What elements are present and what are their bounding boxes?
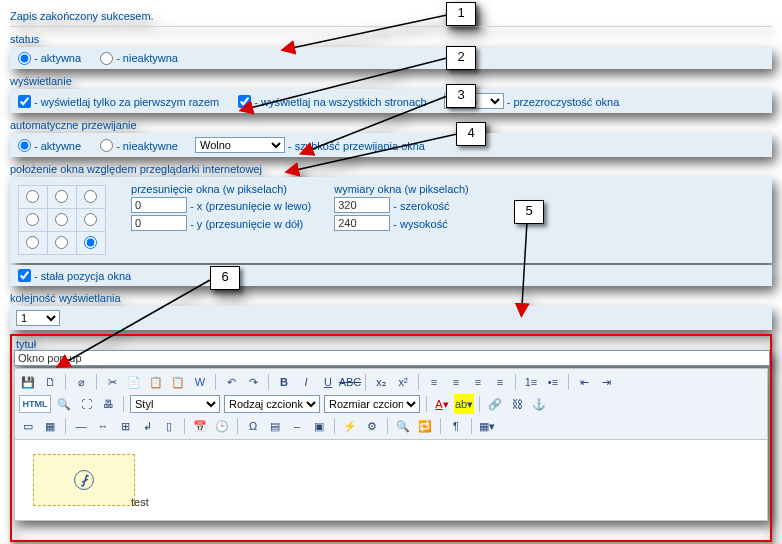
fullscreen-icon[interactable]: ⛶ [76,394,96,414]
superscript-icon[interactable]: x² [393,372,413,392]
italic-icon[interactable]: I [296,372,316,392]
nbsp-icon[interactable]: – [287,416,307,436]
offset-x-input[interactable] [131,197,187,213]
scroll-speed-label: - szybkość przewijania okna [288,140,425,152]
snap-icon[interactable]: ⊞ [115,416,135,436]
ordered-list-icon[interactable]: 1≡ [521,372,541,392]
autoscroll-active-label: - aktywne [34,140,81,152]
anchor-icon[interactable]: ⚓ [529,394,549,414]
unordered-list-icon[interactable]: •≡ [543,372,563,392]
autoscroll-label: automatyczne przewijanie [10,119,772,131]
width-input[interactable] [334,197,390,213]
time-icon[interactable]: 🕒 [212,416,232,436]
flash-placeholder[interactable]: ⨏ [33,454,135,506]
redo-icon[interactable]: ↷ [243,372,263,392]
callout-6: 6 [210,266,240,290]
find-icon[interactable]: 🔍 [393,416,413,436]
replace-icon[interactable]: 🔁 [415,416,435,436]
indent-icon[interactable]: ⇥ [596,372,616,392]
callout-3: 3 [446,84,476,108]
status-active-radio[interactable] [18,52,31,65]
ruler-icon[interactable]: ↔ [93,416,113,436]
paste-icon[interactable]: 📋 [146,372,166,392]
pos-br-radio[interactable] [84,236,97,249]
unlink-icon[interactable]: ⛓ [507,394,527,414]
status-inactive-label: - nieaktywna [116,52,178,64]
pilcrow-icon[interactable]: ¶ [446,416,466,436]
pos-mr-radio[interactable] [84,213,97,226]
print-icon[interactable]: 🖶 [98,394,118,414]
subscript-icon[interactable]: x₂ [371,372,391,392]
bgcolor-icon[interactable]: ab▾ [454,394,474,414]
order-select[interactable]: 1 [16,310,60,326]
title-input[interactable] [14,350,770,366]
fixed-band: - stała pozycja okna [10,265,772,287]
insert-row-icon[interactable]: ▭ [18,416,38,436]
paste-text-icon[interactable]: 📋 [168,372,188,392]
fixed-position-checkbox[interactable] [18,269,31,282]
pos-tc-radio[interactable] [55,190,68,203]
editor-body[interactable]: ⨏ test [14,440,768,521]
autoscroll-band: - aktywne - nieaktywne Wolno - szybkość … [10,133,772,157]
fontcolor-icon[interactable]: A▾ [432,394,452,414]
preview-icon[interactable]: 🔍 [54,394,74,414]
attr-icon[interactable]: ⚙ [362,416,382,436]
br-icon[interactable]: ↲ [137,416,157,436]
style-select[interactable]: Styl [130,395,220,413]
autoscroll-inactive-label: - nieaktywne [116,140,178,152]
title-label: tytuł [16,338,766,350]
status-label: status [10,33,772,45]
height-input[interactable] [334,215,390,231]
guides-icon[interactable]: ▯ [159,416,179,436]
paste-word-icon[interactable]: W [190,372,210,392]
status-inactive-radio[interactable] [100,52,113,65]
cut-icon[interactable]: ✂ [102,372,122,392]
offset-y-input[interactable] [131,215,187,231]
copy-icon[interactable]: 📄 [124,372,144,392]
bold-icon[interactable]: B [274,372,294,392]
first-time-label: - wyświetlaj tylko za pierwszym razem [34,96,219,108]
all-pages-checkbox[interactable] [238,95,251,108]
callout-4: 4 [456,122,486,146]
flash-insert-icon[interactable]: ⚡ [340,416,360,436]
underline-icon[interactable]: U [318,372,338,392]
save-icon[interactable]: 💾 [18,372,38,392]
link-icon[interactable]: 🔗 [485,394,505,414]
pos-tl-radio[interactable] [26,190,39,203]
undo-icon[interactable]: ↶ [221,372,241,392]
fixed-position-label: - stała pozycja okna [34,270,131,282]
clear-icon[interactable]: ⌀ [71,372,91,392]
first-time-checkbox[interactable] [18,95,31,108]
pos-tr-radio[interactable] [84,190,97,203]
align-right-icon[interactable]: ≡ [468,372,488,392]
callout-2: 2 [446,46,476,70]
autoscroll-inactive-radio[interactable] [100,139,113,152]
media-icon[interactable]: ▣ [309,416,329,436]
hr-icon[interactable]: — [71,416,91,436]
offset-header: przesunięcie okna (w pikselach) [131,183,311,195]
align-left-icon[interactable]: ≡ [424,372,444,392]
image-icon[interactable]: ▤ [265,416,285,436]
new-icon[interactable]: 🗋 [40,372,60,392]
height-label: - wysokość [393,218,447,230]
align-center-icon[interactable]: ≡ [446,372,466,392]
scroll-speed-select[interactable]: Wolno [195,137,285,153]
save-success-message: Zapis zakończony sukcesem. [10,6,772,27]
pos-ml-radio[interactable] [26,213,39,226]
pos-bl-radio[interactable] [26,236,39,249]
autoscroll-active-radio[interactable] [18,139,31,152]
strike-icon[interactable]: ABC [340,372,360,392]
position-label: położenie okna względem przeglądarki int… [10,163,772,175]
table-icon[interactable]: ▦▾ [477,416,497,436]
align-justify-icon[interactable]: ≡ [490,372,510,392]
html-source-button[interactable]: HTML [19,395,51,413]
outdent-icon[interactable]: ⇤ [574,372,594,392]
pos-mc-radio[interactable] [55,213,68,226]
font-select[interactable]: Rodzaj czcionki [224,395,320,413]
layout-icon[interactable]: ▦ [40,416,60,436]
size-select[interactable]: Rozmiar czcionk [324,395,420,413]
editor-section: tytuł 💾 🗋 ⌀ ✂ 📄 📋 📋 W ↶ ↷ B I U [10,334,772,542]
date-icon[interactable]: 📅 [190,416,210,436]
pos-bc-radio[interactable] [55,236,68,249]
special-char-icon[interactable]: Ω [243,416,263,436]
